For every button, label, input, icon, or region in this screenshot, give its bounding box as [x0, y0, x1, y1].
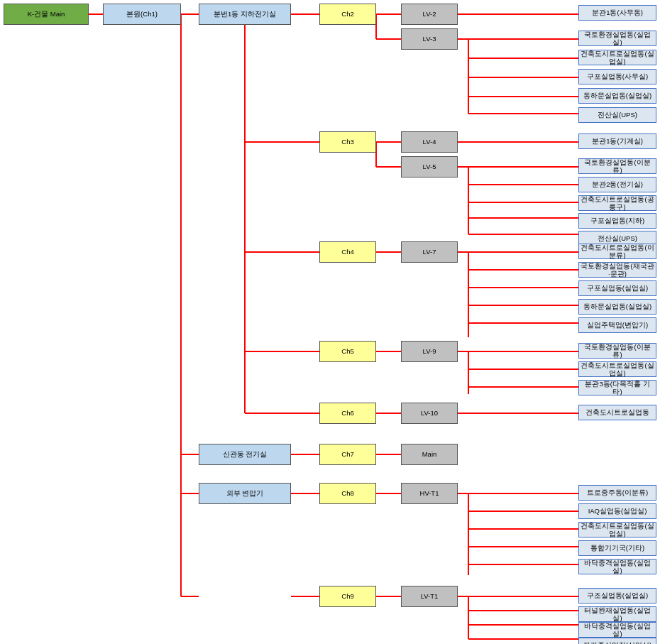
ch6-node: Ch6: [319, 403, 376, 424]
oebu-node: 외부 변압기: [199, 483, 291, 504]
bunbun1-node: 분번1동 지하전기실: [199, 4, 291, 25]
lv7-node: LV-7: [401, 241, 458, 263]
ch8-node: Ch8: [319, 483, 376, 504]
ch5-node: Ch5: [319, 341, 376, 362]
leaf-lv10-1: 건축도시트로실업동: [578, 405, 656, 420]
leaf-lv3-5: 전산실(UPS): [578, 107, 656, 123]
leaf-hvt1-1: 트로중주동(이분류): [578, 485, 656, 501]
ch2-node: Ch2: [319, 4, 376, 25]
bonwon-node: 본원(Ch1): [103, 4, 181, 25]
main-node: Main: [401, 444, 458, 465]
lv9-node: LV-9: [401, 341, 458, 362]
lv3-node: LV-3: [401, 28, 458, 50]
leaf-lv5-4: 구포실업동(지하): [578, 213, 656, 229]
leaf-lv5-3: 건축도시트로실업동(공릉구): [578, 195, 656, 211]
leaf-lv7-4: 동하문실업동(실업실): [578, 299, 656, 315]
diagram: K-건물 Main 본원(Ch1) 분번1동 지하전기실 신관동 전기실 외부 …: [0, 0, 660, 644]
leaf-lv9-1: 국토환경실업동(이분류): [578, 343, 656, 359]
lv2-node: LV-2: [401, 4, 458, 25]
leaf-lv3-2: 건축도시트로실업동(실업실): [578, 50, 656, 65]
leaf-hvt1-5: 바닥중격실업동(실업실): [578, 559, 656, 574]
k-main-node: K-건물 Main: [4, 4, 89, 25]
leaf-lv7-3: 구포실업동(실업실): [578, 280, 656, 296]
leaf-lv2-1: 분관1동(사무동): [578, 5, 656, 21]
leaf-lv5-1: 국토환경실업동(이분류): [578, 158, 656, 174]
leaf-lv7-5: 실업주택업(변압기): [578, 317, 656, 333]
connection-lines: [0, 0, 660, 644]
ch7-node: Ch7: [319, 444, 376, 465]
leaf-lv9-2: 건축도시트로실업동(실업실): [578, 361, 656, 377]
singwan-node: 신관동 전기실: [199, 444, 291, 465]
lv10-node: LV-10: [401, 403, 458, 424]
leaf-lvt1-4: 자가중실업정(실업실): [578, 638, 656, 644]
leaf-hvt1-4: 통합기기국(기타): [578, 540, 656, 556]
hvt1-node: HV-T1: [401, 483, 458, 504]
leaf-lv7-2: 국토환경실업동(재국관·문관): [578, 262, 656, 278]
leaf-lv9-3: 분관3동(다목적홀 기타): [578, 380, 656, 395]
leaf-lvt1-2: 터널완재실업동(실업실): [578, 606, 656, 622]
lvt1-node: LV-T1: [401, 586, 458, 607]
lv4-node: LV-4: [401, 131, 458, 153]
leaf-lv3-3: 구포실업동(사무실): [578, 69, 656, 84]
lv5-node: LV-5: [401, 156, 458, 178]
leaf-lv4-1: 분관1동(기계실): [578, 133, 656, 149]
leaf-lv3-4: 동하문실업동(실업실): [578, 88, 656, 104]
leaf-lvt1-1: 구조실업동(실업실): [578, 588, 656, 604]
leaf-lvt1-3: 바닥중격실업동(실업실): [578, 622, 656, 638]
leaf-lv7-1: 건축도시트로실업동(이분류): [578, 244, 656, 259]
ch3-node: Ch3: [319, 131, 376, 153]
ch4-node: Ch4: [319, 241, 376, 263]
leaf-lv3-1: 국토환경실업동(실업실): [578, 31, 656, 46]
leaf-hvt1-2: IAQ실업동(실업실): [578, 503, 656, 519]
leaf-lv5-2: 분관2동(전기실): [578, 177, 656, 192]
ch9-node: Ch9: [319, 586, 376, 607]
leaf-hvt1-3: 건축도시트로실업동(실업실): [578, 522, 656, 537]
